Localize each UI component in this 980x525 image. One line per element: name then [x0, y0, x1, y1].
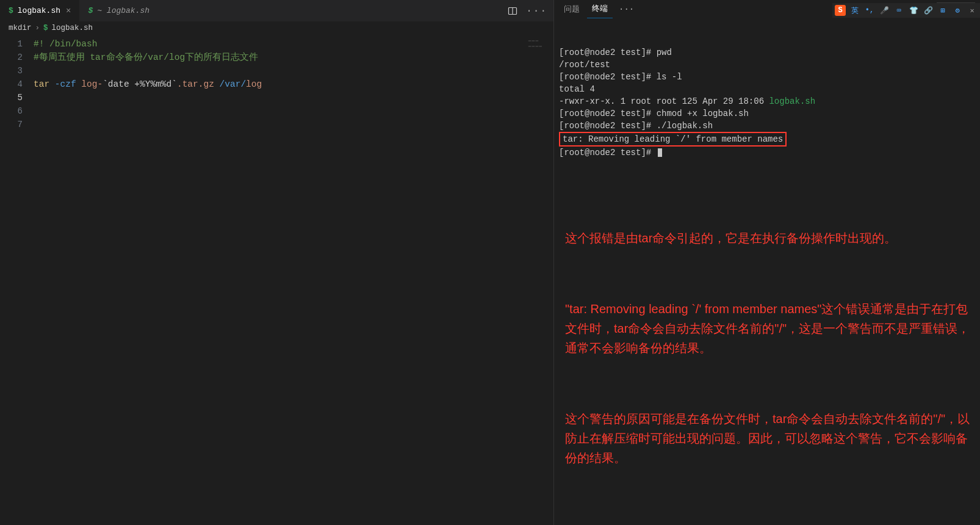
tray-close-icon[interactable]: ✕ [967, 5, 978, 16]
terminal-line: [root@node2 test]# ./logbak.sh [559, 120, 976, 132]
terminal-pane: 问题 终端 ··· ▾ 1: ssh S 英 •, 🎤 ⌨ 👕 🔗 ⊞ ⚙ ✕ … [554, 0, 980, 525]
more-actions-icon[interactable]: ··· [526, 5, 547, 16]
tray-dot-icon[interactable]: •, [864, 5, 875, 16]
windows-tray: S 英 •, 🎤 ⌨ 👕 🔗 ⊞ ⚙ ✕ [832, 3, 980, 18]
apps-icon[interactable]: ⊞ [937, 5, 948, 16]
error-highlight: tar: Removing leading `/' from member na… [559, 132, 787, 147]
breadcrumb-file: logbak.sh [52, 24, 93, 32]
terminal-line: /root/test [559, 59, 976, 71]
shell-file-icon: $ [88, 6, 93, 15]
chevron-right-icon: › [35, 24, 40, 32]
ime-lang-icon[interactable]: 英 [849, 5, 860, 16]
terminal-line: [root@node2 test]# ls -l [559, 71, 976, 83]
terminal-line: [root@node2 test]# pwd [559, 46, 976, 59]
link-icon[interactable]: 🔗 [923, 5, 934, 16]
terminal-cursor [658, 148, 662, 157]
panel-tabbar: 问题 终端 ··· ▾ 1: ssh S 英 •, 🎤 ⌨ 👕 🔗 ⊞ ⚙ ✕ [554, 0, 980, 18]
gear-icon[interactable]: ⚙ [952, 5, 963, 16]
breadcrumb-folder: mkdir [9, 24, 32, 32]
terminal-line: tar: Removing leading `/' from member na… [559, 132, 976, 147]
shell-file-icon: $ [43, 24, 48, 32]
mic-icon[interactable]: 🎤 [879, 5, 890, 16]
terminal-line: [root@node2 test]# chmod +x logbak.sh [559, 107, 976, 120]
annotation-p3: 这个警告的原因可能是在备份文件时，tar命令会自动去除文件名前的"/"，以防止在… [565, 409, 970, 468]
shirt-icon[interactable]: 👕 [908, 5, 919, 16]
tab-label: ~ logbak.sh [97, 6, 150, 15]
tab-problems[interactable]: 问题 [559, 1, 585, 18]
annotation-overlay: 这个报错是由tar命令引起的，它是在执行备份操作时出现的。 "tar: Remo… [559, 183, 976, 513]
close-icon[interactable]: × [66, 6, 71, 16]
tab-label: logbak.sh [18, 6, 60, 15]
split-editor-icon[interactable] [508, 6, 517, 16]
minimap[interactable]: ▬▬▬▬▬▬▬ [528, 37, 542, 48]
sogou-ime-icon[interactable]: S [835, 5, 846, 16]
terminal-output[interactable]: [root@node2 test]# pwd/root/test[root@no… [554, 18, 980, 525]
tab-terminal[interactable]: 终端 [587, 0, 613, 18]
keyboard-icon[interactable]: ⌨ [893, 5, 904, 16]
tab-logbak-sh[interactable]: $ logbak.sh × [0, 0, 79, 21]
annotation-p1: 这个报错是由tar命令引起的，它是在执行备份操作时出现的。 [565, 228, 970, 248]
editor-body[interactable]: 1234567 #! /bin/bash#每周五使用 tar命令备份/var/l… [0, 35, 553, 525]
editor-pane: $ logbak.sh × $ ~ logbak.sh ··· mkdir › … [0, 0, 554, 525]
more-panels-icon[interactable]: ··· [615, 2, 638, 16]
breadcrumb[interactable]: mkdir › $ logbak.sh [0, 21, 553, 35]
line-number-gutter: 1234567 [0, 35, 34, 525]
annotation-p2: "tar: Removing leading `/' from member n… [565, 299, 970, 358]
terminal-line: [root@node2 test]# [559, 147, 976, 159]
tabbar-actions: ··· [508, 5, 553, 16]
tab-home-logbak-sh[interactable]: $ ~ logbak.sh [79, 0, 158, 21]
terminal-line: -rwxr-xr-x. 1 root root 125 Apr 29 18:06… [559, 95, 976, 107]
code-area[interactable]: #! /bin/bash#每周五使用 tar命令备份/var/log下的所有日志… [34, 35, 553, 525]
terminal-line: total 4 [559, 83, 976, 95]
editor-tabbar: $ logbak.sh × $ ~ logbak.sh ··· [0, 0, 553, 21]
shell-file-icon: $ [9, 6, 13, 15]
